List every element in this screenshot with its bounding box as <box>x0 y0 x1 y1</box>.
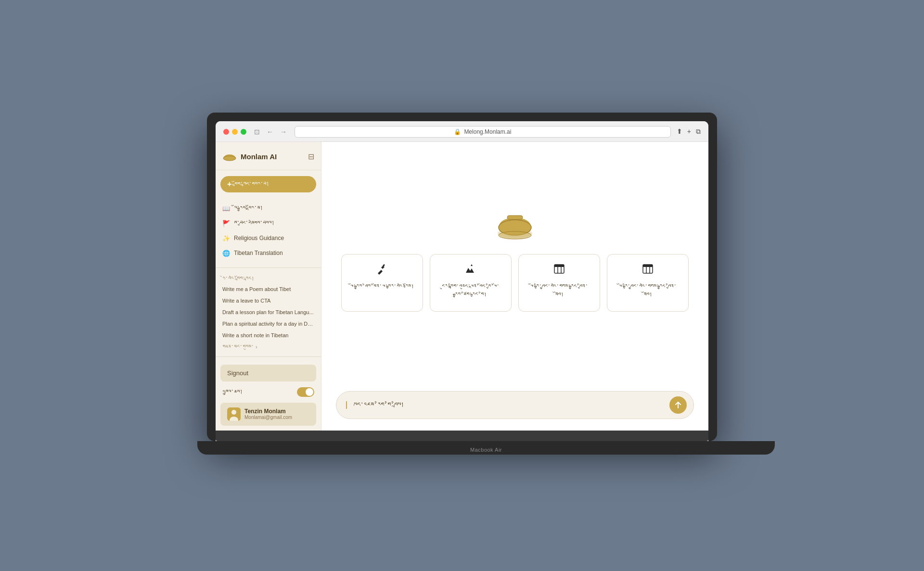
add-tab-icon[interactable]: + <box>687 127 691 136</box>
history-item-3[interactable]: Draft a lesson plan for Tibetan Langu... <box>216 306 321 318</box>
close-button[interactable] <box>223 129 229 135</box>
flag-icon: 🚩 <box>222 220 230 227</box>
sidebar-bottom-divider <box>216 356 321 357</box>
history-item-4[interactable]: Plan a spiritual activity for a day in D… <box>216 318 321 330</box>
sidebar-divider <box>216 267 321 268</box>
laptop-bottom-bezel <box>216 431 708 441</box>
chat-input[interactable] <box>354 401 665 408</box>
suggestion-card-2[interactable]: ངུར་སྨྲིག་བཅུད་ལྡན་བོད་ཀྱི་ལོ་རྒྱུས་ཚིག་… <box>430 254 512 312</box>
history-section-label: ཉེ་བའི་གློག་ཀླད། <box>216 272 321 283</box>
sidebar-bottom: Signout འཁྲུལ་ཆས། <box>216 353 321 431</box>
sidebar-toggle-icon[interactable]: ⊡ <box>252 127 262 137</box>
card-4-text: ལོ་རྒྱི་བྱུང་བའི་གཏམ་རྒྱུད་བྱིན་ཐོབ། <box>615 282 680 298</box>
dark-mode-label: འཁྲུལ་ཆས། <box>222 389 243 395</box>
edit-icon <box>376 263 388 278</box>
input-cursor <box>346 401 347 409</box>
svg-rect-12 <box>554 265 564 267</box>
browser-actions: ⬆ + ⧉ <box>677 127 701 136</box>
mountain-icon <box>465 263 476 278</box>
lock-icon: 🔒 <box>454 128 461 135</box>
signout-button[interactable]: Signout <box>220 365 316 381</box>
history-item-2[interactable]: Write a leave to CTA <box>216 295 321 306</box>
forward-button[interactable]: → <box>278 127 289 137</box>
new-chat-label: གློག་ཀླད་གསར་བ། <box>234 181 269 188</box>
logo-area: Monlam AI <box>222 150 277 164</box>
share-icon[interactable]: ⬆ <box>677 127 682 136</box>
user-info: Tenzin Monlam Monlamai@gmail.com <box>244 408 292 420</box>
religious-label: Religious Guidance <box>234 235 284 241</box>
bowl-icon-wrapper <box>496 213 534 240</box>
sidebar-nav: 📖 ལོ་རྒྱུས་སྟོར་མ། 🚩 ཁ་བྱང་དམིགས་བསལ། ✨ … <box>216 198 321 264</box>
tabs-icon[interactable]: ⧉ <box>696 127 701 136</box>
sidebar-item-tibetan-trans[interactable]: 🌐 Tibetan Translation <box>216 246 321 261</box>
svg-rect-16 <box>643 265 653 267</box>
laptop-label: Macbook Air <box>470 447 502 453</box>
user-name: Tenzin Monlam <box>244 408 292 415</box>
sidebar-header: Monlam AI ⊟ <box>216 142 321 170</box>
sidebar-item-bookmarks[interactable]: 🚩 ཁ་བྱང་དམིགས་བསལ། <box>216 216 321 231</box>
dark-mode-row: འཁྲུལ་ཆས། <box>216 383 321 401</box>
suggestion-card-1[interactable]: ལོ་རྒྱུས་ཤེས་ཡོན་ལ་སྦྱར་བའི་རྩོམ། <box>341 254 423 312</box>
suggestion-card-3[interactable]: ལོ་རྒྱི་བྱུང་བའི་གཏམ་རྒྱུད་བྱིན་ཐོབ། <box>518 254 600 312</box>
panel-toggle-icon[interactable]: ⊟ <box>308 152 314 161</box>
card-2-text: ངུར་སྨྲིག་བཅུད་ལྡན་བོད་ཀྱི་ལོ་རྒྱུས་ཚིག་… <box>438 282 503 298</box>
app-title: Monlam AI <box>241 152 277 161</box>
address-bar[interactable]: 🔒 Melong.Monlam.ai <box>295 126 671 138</box>
bookmarks-label: ཁ་བྱང་དམིགས་བསལ། <box>234 220 274 227</box>
minimize-button[interactable] <box>232 129 238 135</box>
card-3-text: ལོ་རྒྱི་བྱུང་བའི་གཏམ་རྒྱུད་བྱིན་ཐོབ། <box>526 282 592 298</box>
send-icon <box>674 401 682 409</box>
tibetan-trans-label: Tibetan Translation <box>234 250 283 256</box>
chat-input-wrapper <box>336 391 694 419</box>
toggle-knob <box>306 388 313 396</box>
columns-icon-1 <box>553 263 565 278</box>
svg-rect-9 <box>507 216 523 219</box>
suggestion-card-4[interactable]: ལོ་རྒྱི་བྱུང་བའི་གཏམ་རྒྱུད་བྱིན་ཐོབ། <box>607 254 689 312</box>
bowl-icon <box>496 213 534 240</box>
chat-area: ལོ་རྒྱུས་ཤེས་ཡོན་ལ་སྦྱར་བའི་རྩོམ། ངུར་སྨ <box>321 142 708 383</box>
send-button[interactable] <box>669 396 687 414</box>
plus-icon: + <box>227 180 231 189</box>
svg-point-3 <box>231 410 236 415</box>
book-icon: 📖 <box>222 205 230 212</box>
sidebar: Monlam AI ⊟ + གློག་ཀླད་གསར་བ། 📖 ལོ་རྒྱུས… <box>216 142 321 431</box>
show-more-button[interactable]: གཞན་ཡང་གསུམ་ › <box>216 341 321 353</box>
back-button[interactable]: ← <box>265 127 275 137</box>
user-profile[interactable]: Tenzin Monlam Monlamai@gmail.com <box>220 403 316 426</box>
url-text: Melong.Monlam.ai <box>464 128 511 135</box>
suggestion-cards: ལོ་རྒྱུས་ཤེས་ཡོན་ལ་སྦྱར་བའི་རྩོམ། ངུར་སྨ <box>341 254 689 312</box>
library-label: ལོ་རྒྱུས་སྟོར་མ། <box>234 205 263 212</box>
dark-mode-toggle[interactable] <box>297 387 314 397</box>
traffic-lights <box>223 129 246 135</box>
columns-icon-2 <box>642 263 654 278</box>
card-1-text: ལོ་རྒྱུས་ཤེས་ཡོན་ལ་སྦྱར་བའི་རྩོམ། <box>350 282 414 291</box>
input-area <box>321 383 708 431</box>
main-content: ལོ་རྒྱུས་ཤེས་ཡོན་ལ་སྦྱར་བའི་རྩོམ། ངུར་སྨ <box>321 142 708 431</box>
history-item-1[interactable]: Write me a Poem about Tibet <box>216 283 321 295</box>
new-chat-button[interactable]: + གློག་ཀླད་གསར་བ། <box>220 176 316 192</box>
browser-navigation: ⊡ ← → <box>252 127 289 137</box>
bowl-logo-icon <box>222 150 237 164</box>
sidebar-item-library[interactable]: 📖 ལོ་རྒྱུས་སྟོར་མ། <box>216 201 321 216</box>
sidebar-item-religious[interactable]: ✨ Religious Guidance <box>216 231 321 246</box>
translation-icon: 🌐 <box>222 250 230 257</box>
history-item-5[interactable]: Write a short note in Tibetan <box>216 330 321 341</box>
user-email: Monlamai@gmail.com <box>244 415 292 420</box>
avatar <box>227 407 241 421</box>
laptop-base: Macbook Air <box>197 441 775 455</box>
religious-icon: ✨ <box>222 235 230 242</box>
maximize-button[interactable] <box>241 129 246 135</box>
